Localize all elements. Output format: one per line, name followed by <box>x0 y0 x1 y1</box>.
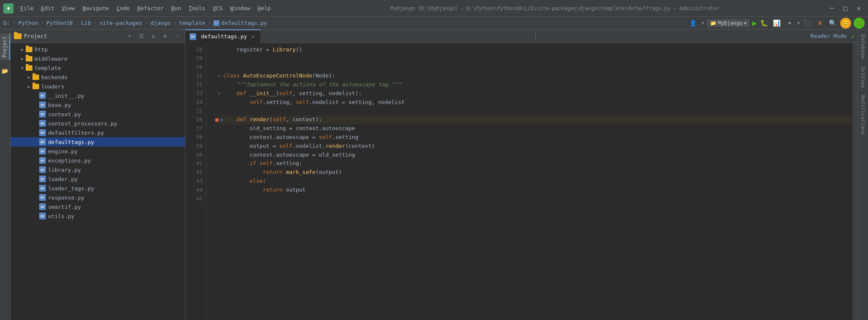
tab-close-button[interactable]: ✕ <box>250 33 256 40</box>
fold-33[interactable]: ⊖ <box>218 90 220 97</box>
tree-item-template[interactable]: ▼ template <box>11 63 185 72</box>
account-chevron[interactable]: ▼ <box>702 21 704 25</box>
breadcrumb-sep-3: › <box>75 20 79 26</box>
new-file-button[interactable]: + <box>125 32 134 41</box>
breadcrumb-lib[interactable]: Lib <box>81 20 91 26</box>
breadcrumb-file: py defaulttags.py <box>214 20 267 26</box>
project-panel-toggle[interactable]: Project <box>0 34 10 60</box>
breadcrumb-filename[interactable]: defaulttags.py <box>221 20 267 26</box>
tree-item-middleware[interactable]: ▶ middleware <box>11 54 185 63</box>
code-line-43: else: <box>215 177 852 186</box>
tree-item-context[interactable]: py context.py <box>11 109 185 119</box>
tree-collapse-button[interactable]: ⇅ <box>149 32 158 41</box>
menu-window[interactable]: Window <box>227 3 254 13</box>
tab-more-button[interactable]: ⋮ <box>530 30 542 42</box>
init-file-icon: py <box>39 92 46 99</box>
user-avatar[interactable]: 😊 <box>840 18 851 29</box>
menu-tools[interactable]: Tools <box>185 3 208 13</box>
tree-item-loaders[interactable]: ▶ loaders <box>11 82 185 91</box>
menu-code[interactable]: Code <box>113 3 133 13</box>
tree-item-smartif[interactable]: py smartif.py <box>11 202 185 211</box>
tree-item-base[interactable]: py base.py <box>11 100 185 109</box>
coverage-chevron[interactable]: ▼ <box>797 21 800 25</box>
run-config-selector[interactable]: 📁 MyDjango ▼ <box>707 19 750 27</box>
reader-mode-button[interactable]: Reader Mode <box>810 33 847 39</box>
minimize-button[interactable]: ─ <box>826 3 838 13</box>
menu-edit[interactable]: Edit <box>37 3 57 13</box>
debug-button[interactable]: 🐛 <box>759 18 769 28</box>
tree-settings-button[interactable]: ⚙ <box>160 32 170 41</box>
http-folder-icon <box>26 47 32 52</box>
fold-31[interactable]: ⊖ <box>218 73 220 80</box>
menu-navigate[interactable]: Navigate <box>79 3 112 13</box>
menu-view[interactable]: View <box>59 3 78 13</box>
menu-file[interactable]: File <box>17 3 37 13</box>
tree-item-backends[interactable]: ▶ backends <box>11 72 185 82</box>
coverage-button[interactable]: ☂ <box>785 18 795 28</box>
tree-item-engine[interactable]: py engine.py <box>11 147 185 156</box>
code-content[interactable]: register = Library() ⊖ class Au <box>206 43 852 320</box>
code-line-36: ⊖ def render(self, context): <box>215 115 852 124</box>
hide-panel-button[interactable]: — <box>172 32 182 41</box>
notifications-panel-toggle[interactable]: Notifications <box>858 92 868 138</box>
avatar2[interactable]: 🌿 <box>854 18 865 29</box>
scview-panel-toggle[interactable]: SciView <box>858 63 868 91</box>
code-line-32: """Implement the actions of the autoesca… <box>215 80 852 89</box>
tab-file-icon: py <box>190 33 196 40</box>
tree-item-context-processors[interactable]: py context_processors.py <box>11 119 185 128</box>
check-icon: ✓ <box>851 32 855 40</box>
database-panel-toggle[interactable]: Database <box>858 31 868 62</box>
run-button[interactable]: ▶ <box>752 19 757 27</box>
maximize-button[interactable]: □ <box>839 3 851 13</box>
search-button[interactable]: 🔍 <box>828 18 838 28</box>
code-line-38: context.autoescape = self.setting <box>215 133 852 142</box>
profile-button[interactable]: 📊 <box>772 18 782 28</box>
window-title: MyDjango [D:\MyDjango] - D:\Python\Pytho… <box>288 5 822 11</box>
tree-item-response[interactable]: py response.py <box>11 193 185 202</box>
account-button[interactable]: 👤 <box>687 19 699 28</box>
tree-item-defaultfilters[interactable]: py defaultfilters.py <box>11 128 185 137</box>
ldr-arrow-spacer <box>32 176 39 182</box>
cp-arrow-spacer <box>32 120 39 127</box>
close-button[interactable]: ✕ <box>853 3 865 13</box>
exc-file-icon: py <box>39 157 46 164</box>
lib-file-icon: py <box>39 166 46 173</box>
scroll-track[interactable] <box>852 43 857 320</box>
backends-label: backends <box>41 74 68 80</box>
code-line-45 <box>215 195 852 203</box>
tree-item-utils[interactable]: py utils.py <box>11 211 185 221</box>
breadcrumb-site-packages[interactable]: site-packages <box>99 20 142 26</box>
breadcrumb-python[interactable]: Python <box>18 20 38 26</box>
title-bar: ♦ File Edit View Navigate Code Refactor … <box>0 0 868 17</box>
tree-item-loader[interactable]: py loader.py <box>11 174 185 184</box>
editor-tab-defaulttags[interactable]: py defaulttags.py ✕ <box>185 29 261 43</box>
http-arrow: ▶ <box>19 46 26 53</box>
menu-run[interactable]: Run <box>168 3 184 13</box>
stop-button[interactable]: ⬛ <box>802 18 812 28</box>
engine-arrow-spacer <box>32 148 39 155</box>
breadcrumb-django[interactable]: django <box>151 20 171 26</box>
fold-36[interactable]: ⊖ <box>220 117 223 123</box>
tree-options-button[interactable]: ☰ <box>137 32 146 41</box>
open-folder-btn[interactable]: 📂 <box>1 67 9 75</box>
menu-help[interactable]: Help <box>254 3 274 13</box>
tree-item-http[interactable]: ▶ http <box>11 45 185 54</box>
tree-item-exceptions[interactable]: py exceptions.py <box>11 156 185 165</box>
gutter-36: ⊖ <box>215 117 223 123</box>
code-editor: 28 29 30 31 32 33 34 35 36 37 38 39 40 4… <box>185 43 857 320</box>
tree-item-init[interactable]: py __init__.py <box>11 91 185 100</box>
tree-item-defaulttags[interactable]: py defaulttags.py <box>11 137 185 147</box>
breadcrumb-d[interactable]: D: <box>3 20 10 26</box>
breadcrumb-template[interactable]: template <box>179 20 205 26</box>
breadcrumb-python38[interactable]: Python38 <box>46 20 73 26</box>
tree-item-library[interactable]: py library.py <box>11 165 185 174</box>
menu-vcs[interactable]: VCS <box>209 3 226 13</box>
backends-folder-icon <box>32 75 39 80</box>
code-line-31: ⊖ class AutoEscapeControlNode(Node): <box>215 72 852 80</box>
context-label: context.py <box>48 111 81 117</box>
tree-item-loader-tags[interactable]: py loader_tags.py <box>11 184 185 193</box>
run-config-chevron: ▼ <box>744 21 746 25</box>
ldr-file-icon: py <box>39 176 46 182</box>
translate-button[interactable]: A <box>815 18 825 28</box>
menu-refactor[interactable]: Refactor <box>134 3 167 13</box>
